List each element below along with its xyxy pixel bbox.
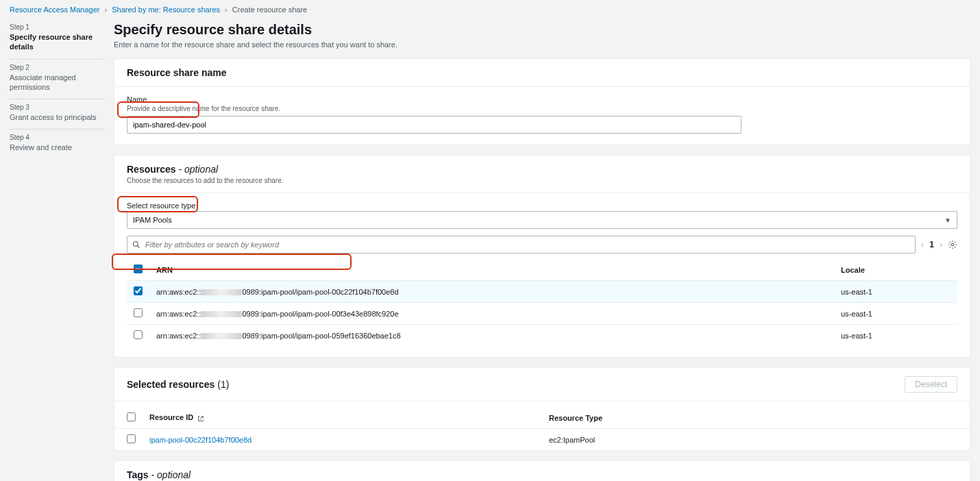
- step-nav: Step 1 Specify resource share details St…: [0, 18, 114, 481]
- locale-cell: us-east-1: [834, 303, 957, 325]
- breadcrumb-link-ram[interactable]: Resource Access Manager: [10, 5, 99, 14]
- svg-line-1: [138, 246, 140, 248]
- search-icon: [132, 241, 140, 249]
- name-field-hint: Provide a descriptive name for the resou…: [127, 105, 957, 112]
- svg-point-0: [134, 242, 138, 247]
- arn-cell: arn:aws:ec2::0989:ipam-pool/ipam-pool-05…: [149, 325, 834, 347]
- page-desc: Enter a name for the resource share and …: [114, 40, 970, 49]
- name-card-title: Resource share name: [127, 67, 957, 78]
- resource-id-link[interactable]: ipam-pool-00c22f104b7f00e8d: [149, 436, 252, 444]
- row-checkbox[interactable]: [127, 434, 136, 443]
- resources-card-title: Resources - optional: [127, 164, 957, 175]
- select-all-selected-checkbox[interactable]: [127, 412, 136, 421]
- tags-card-title: Tags - optional: [127, 469, 957, 480]
- step-3[interactable]: Step 3 Grant access to principals: [10, 103, 104, 130]
- resources-card-sub: Choose the resources to add to the resou…: [127, 177, 957, 184]
- resource-type-label: Select resource type: [127, 201, 957, 210]
- locale-cell: us-east-1: [834, 325, 957, 347]
- page-number: 1: [929, 240, 934, 249]
- name-field-label: Name: [127, 95, 957, 103]
- row-checkbox[interactable]: [134, 286, 143, 295]
- page-title: Specify resource share details: [114, 22, 970, 38]
- main-content: Specify resource share details Enter a n…: [114, 18, 980, 481]
- step-2[interactable]: Step 2 Associate managed permissions: [10, 64, 104, 100]
- selected-card: Selected resources (1) Deselect Resource…: [114, 367, 970, 451]
- arn-cell: arn:aws:ec2::0989:ipam-pool/ipam-pool-00…: [149, 281, 834, 303]
- row-checkbox[interactable]: [134, 308, 143, 317]
- breadcrumb-current: Create resource share: [232, 5, 307, 14]
- locale-cell: us-east-1: [834, 281, 957, 303]
- resource-type-cell: ec2:IpamPool: [542, 429, 970, 451]
- gear-icon[interactable]: [948, 240, 957, 249]
- tags-card: Tags - optional Tags are key-value pairs…: [114, 460, 970, 481]
- name-input[interactable]: [127, 116, 742, 134]
- step-4[interactable]: Step 4 Review and create: [10, 134, 104, 159]
- resource-type-header[interactable]: Resource Type: [542, 407, 970, 429]
- svg-point-2: [951, 243, 954, 246]
- external-link-icon: [197, 415, 204, 422]
- table-row[interactable]: arn:aws:ec2::0989:ipam-pool/ipam-pool-00…: [127, 303, 957, 325]
- resource-type-select[interactable]: IPAM Pools ▼: [127, 211, 957, 229]
- table-row[interactable]: ipam-pool-00c22f104b7f00e8d ec2:IpamPool: [114, 429, 970, 451]
- table-row[interactable]: arn:aws:ec2::0989:ipam-pool/ipam-pool-00…: [127, 281, 957, 303]
- arn-header[interactable]: ARN: [149, 259, 834, 281]
- name-card: Resource share name Name Provide a descr…: [114, 58, 970, 145]
- chevron-down-icon: ▼: [944, 217, 951, 224]
- breadcrumb-link-shares[interactable]: Shared by me: Resource shares: [112, 5, 220, 14]
- step-1[interactable]: Step 1 Specify resource share details: [10, 23, 104, 60]
- select-all-checkbox[interactable]: [134, 264, 143, 273]
- chevron-right-icon: ›: [225, 5, 228, 14]
- table-row[interactable]: arn:aws:ec2::0989:ipam-pool/ipam-pool-05…: [127, 325, 957, 347]
- chevron-right-icon: ›: [105, 5, 108, 14]
- filter-input[interactable]: [127, 236, 916, 254]
- resources-card: Resources - optional Choose the resource…: [114, 155, 970, 358]
- breadcrumb: Resource Access Manager › Shared by me: …: [0, 0, 980, 18]
- next-page-button[interactable]: ›: [940, 240, 942, 249]
- locale-header[interactable]: Locale: [834, 259, 957, 281]
- deselect-button[interactable]: Deselect: [905, 376, 957, 393]
- arn-cell: arn:aws:ec2::0989:ipam-pool/ipam-pool-00…: [149, 303, 834, 325]
- selected-table: Resource ID Resource Type ipam-pool-00c2…: [114, 407, 970, 450]
- pagination: ‹ 1 ›: [921, 240, 942, 249]
- resource-id-header[interactable]: Resource ID: [143, 407, 542, 429]
- resources-table: ARN Locale arn:aws:ec2::0989:ipam-pool/i…: [127, 259, 957, 346]
- prev-page-button[interactable]: ‹: [921, 240, 924, 249]
- row-checkbox[interactable]: [134, 330, 143, 339]
- selected-card-title: Selected resources (1): [127, 379, 229, 390]
